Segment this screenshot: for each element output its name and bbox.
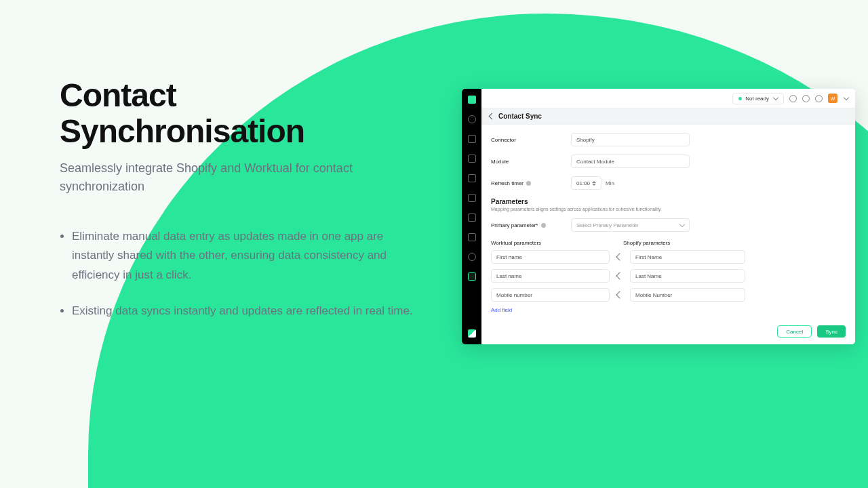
mapping-row: First name First Name (491, 250, 846, 264)
chevron-down-icon[interactable] (844, 95, 849, 100)
primary-parameter-select[interactable]: Select Primary Parameter (571, 218, 690, 232)
module-input[interactable]: Contact Module (571, 155, 690, 168)
primary-parameter-label: Primary parameter* (491, 222, 571, 228)
info-icon[interactable] (526, 181, 531, 186)
sidebar-nav-icon[interactable] (468, 155, 476, 163)
stepper-icon[interactable] (592, 181, 596, 186)
sidebar-nav-icon[interactable] (468, 174, 476, 182)
add-field-link[interactable]: Add field (491, 307, 846, 313)
main-panel: Not ready W Contact Sync Connector Shopi… (481, 89, 855, 344)
refresh-unit: Min (606, 180, 614, 186)
sidebar-nav-icon[interactable] (468, 194, 476, 202)
topbar: Not ready W (481, 89, 855, 108)
info-icon[interactable] (541, 223, 546, 228)
worktual-param-input[interactable]: First name (491, 250, 610, 264)
status-dot-icon (738, 97, 742, 100)
feature-item: Existing data syncs instantly and update… (72, 302, 419, 321)
chevron-down-icon (773, 95, 778, 100)
chevron-down-icon (679, 222, 685, 227)
shopify-param-select[interactable]: First Name (630, 250, 745, 264)
mapping-row: Mobile number Mobile Number (491, 288, 846, 302)
worktual-param-input[interactable]: Mobile number (491, 288, 610, 302)
connector-label: Connector (491, 137, 571, 143)
shopify-param-select[interactable]: Last Name (630, 269, 745, 283)
sidebar-nav-icon[interactable] (468, 115, 476, 123)
status-label: Not ready (745, 96, 769, 102)
sidebar-nav-icon[interactable] (468, 253, 476, 261)
worktual-param-input[interactable]: Last name (491, 269, 610, 283)
breadcrumb-title: Contact Sync (498, 113, 542, 120)
form-area: Connector Shopify Module Contact Module … (481, 125, 855, 319)
sidebar-bottom-icon[interactable] (468, 329, 476, 338)
parameters-subtext: Mapping parameters aligns settings acros… (491, 207, 846, 211)
sidebar-nav-icon[interactable] (468, 135, 476, 143)
cancel-button[interactable]: Cancel (777, 325, 812, 338)
back-icon[interactable] (489, 113, 496, 120)
mapping-columns-header: Worktual parameters Shopify parameters (491, 240, 846, 246)
settings-gear-icon[interactable] (802, 95, 810, 102)
settings-icon[interactable] (468, 272, 476, 281)
phone-icon[interactable] (789, 95, 797, 102)
marketing-copy: Contact Synchronisation Seamlessly integ… (60, 78, 419, 338)
arrow-left-icon (616, 291, 623, 298)
page-subtitle: Seamlessly integrate Shopify and Worktua… (60, 159, 419, 196)
arrow-left-icon (616, 253, 623, 260)
connector-input[interactable]: Shopify (571, 133, 690, 146)
bell-icon[interactable] (815, 95, 823, 102)
sidebar (462, 89, 481, 344)
status-dropdown[interactable]: Not ready (732, 93, 784, 104)
arrow-left-icon (616, 272, 623, 279)
breadcrumb: Contact Sync (481, 108, 855, 125)
refresh-timer-input[interactable]: 01:00 (571, 176, 601, 190)
feature-item: Eliminate manual data entry as updates m… (72, 227, 419, 286)
module-label: Module (491, 159, 571, 165)
mapping-row: Last name Last Name (491, 269, 846, 283)
feature-list: Eliminate manual data entry as updates m… (60, 227, 419, 322)
shopify-col-header: Shopify parameters (623, 240, 670, 246)
app-logo-icon (468, 96, 476, 104)
page-title: Contact Synchronisation (60, 78, 419, 150)
app-window: Not ready W Contact Sync Connector Shopi… (462, 89, 855, 344)
form-footer: Cancel Sync (481, 319, 855, 344)
shopify-param-select[interactable]: Mobile Number (630, 288, 745, 302)
sidebar-nav-icon[interactable] (468, 233, 476, 241)
sidebar-nav-icon[interactable] (468, 214, 476, 222)
refresh-timer-label: Refresh timer (491, 180, 571, 186)
worktual-col-header: Worktual parameters (491, 240, 623, 246)
avatar[interactable]: W (828, 94, 837, 103)
sync-button[interactable]: Sync (817, 325, 846, 338)
parameters-heading: Parameters (491, 198, 846, 205)
